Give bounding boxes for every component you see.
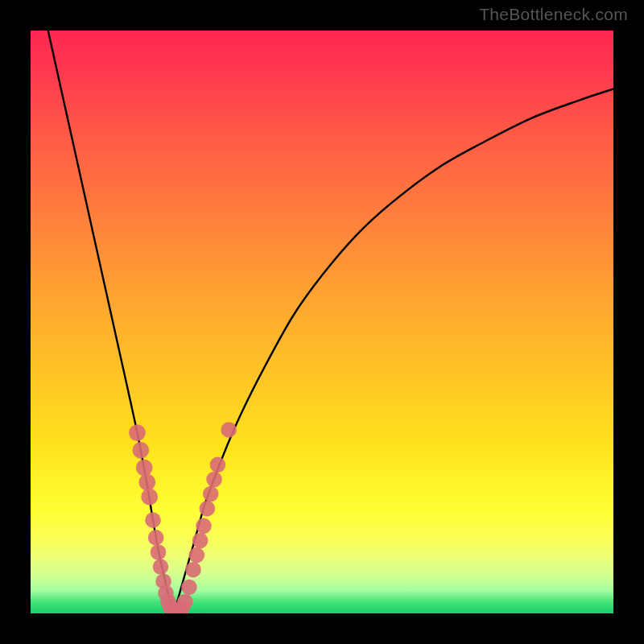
data-marker <box>151 544 167 560</box>
data-marker <box>203 486 219 502</box>
data-marker <box>177 594 193 610</box>
data-marker <box>185 562 201 578</box>
data-marker <box>138 474 155 491</box>
data-marker <box>129 424 146 441</box>
data-marker <box>145 512 161 528</box>
data-marker <box>189 547 205 564</box>
data-marker <box>141 489 158 506</box>
data-marker <box>200 501 216 517</box>
data-marker <box>153 559 169 575</box>
chart-curves <box>48 31 613 613</box>
chart-plot-area <box>31 31 613 613</box>
data-marker <box>132 442 149 459</box>
data-marker <box>206 472 222 488</box>
data-marker <box>148 530 164 546</box>
data-marker <box>221 422 237 438</box>
data-marker <box>192 533 208 549</box>
chart-frame: TheBottleneck.com <box>0 0 644 644</box>
data-marker <box>196 518 212 535</box>
chart-svg <box>31 31 613 613</box>
data-marker <box>136 460 153 477</box>
watermark-text: TheBottleneck.com <box>479 5 628 24</box>
data-marker <box>181 580 197 596</box>
curve-right-curve <box>174 89 613 613</box>
chart-markers <box>129 422 237 613</box>
data-marker <box>210 457 226 473</box>
